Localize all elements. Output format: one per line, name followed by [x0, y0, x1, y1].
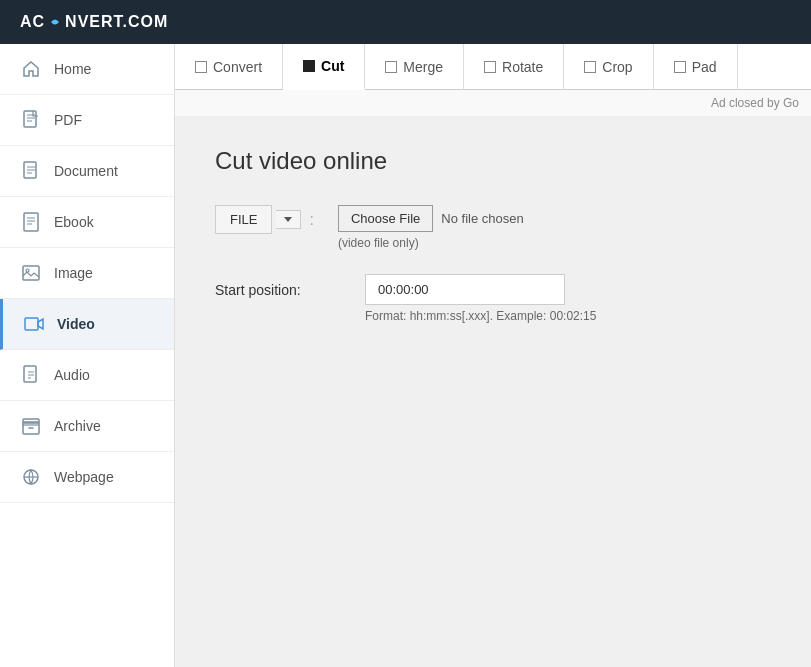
tab-merge-checkbox — [385, 61, 397, 73]
sidebar-item-pdf[interactable]: PDF — [0, 95, 174, 146]
file-dropdown[interactable] — [276, 210, 301, 229]
format-hint-text: Format: hh:mm:ss[.xxx]. Example: — [365, 309, 546, 323]
tab-bar: Convert Cut Merge Rotate Crop Pad — [175, 44, 811, 90]
archive-icon — [20, 415, 42, 437]
tab-cut-checkbox — [303, 60, 315, 72]
sidebar-item-document[interactable]: Document — [0, 146, 174, 197]
sidebar-label-webpage: Webpage — [54, 469, 114, 485]
svg-point-4 — [26, 269, 29, 272]
svg-rect-2 — [24, 213, 38, 231]
sidebar-item-video[interactable]: Video — [0, 299, 174, 350]
tab-convert[interactable]: Convert — [175, 44, 283, 89]
ad-text: Ad closed by Go — [711, 96, 799, 110]
sidebar-item-archive[interactable]: Archive — [0, 401, 174, 452]
sidebar: Home PDF Document Ebook Image — [0, 44, 175, 667]
site-logo: AC NVERT.COM — [20, 13, 168, 31]
tab-cut-label: Cut — [321, 58, 344, 74]
sidebar-label-image: Image — [54, 265, 93, 281]
choose-file-row: Choose File No file chosen — [338, 205, 524, 232]
video-icon — [23, 313, 45, 335]
webpage-icon — [20, 466, 42, 488]
sidebar-label-audio: Audio — [54, 367, 90, 383]
start-position-row: Start position: Format: hh:mm:ss[.xxx]. … — [215, 274, 771, 323]
tab-cut[interactable]: Cut — [283, 44, 365, 90]
tab-crop-label: Crop — [602, 59, 632, 75]
no-file-text: No file chosen — [441, 211, 523, 226]
file-input-group: FILE : — [215, 205, 318, 234]
choose-file-button[interactable]: Choose File — [338, 205, 433, 232]
start-position-label: Start position: — [215, 274, 345, 298]
svg-rect-5 — [25, 318, 38, 330]
tab-merge[interactable]: Merge — [365, 44, 464, 89]
audio-icon — [20, 364, 42, 386]
tab-pad[interactable]: Pad — [654, 44, 738, 89]
tab-convert-label: Convert — [213, 59, 262, 75]
main-content: Convert Cut Merge Rotate Crop Pad — [175, 44, 811, 667]
svg-rect-0 — [24, 111, 36, 127]
tab-crop-checkbox — [584, 61, 596, 73]
file-row: FILE : Choose File No file chosen (video… — [215, 205, 771, 250]
page-content: Cut video online FILE : Choose File No f… — [175, 117, 811, 667]
file-separator: : — [309, 211, 313, 229]
header: AC NVERT.COM — [0, 0, 811, 44]
sidebar-item-webpage[interactable]: Webpage — [0, 452, 174, 503]
tab-pad-checkbox — [674, 61, 686, 73]
dropdown-arrow-icon — [284, 217, 292, 222]
tab-crop[interactable]: Crop — [564, 44, 653, 89]
svg-rect-6 — [24, 366, 36, 382]
sidebar-label-ebook: Ebook — [54, 214, 94, 230]
document-icon — [20, 160, 42, 182]
sidebar-label-archive: Archive — [54, 418, 101, 434]
page-title: Cut video online — [215, 147, 771, 175]
ad-bar: Ad closed by Go — [175, 90, 811, 117]
tab-rotate-label: Rotate — [502, 59, 543, 75]
tab-pad-label: Pad — [692, 59, 717, 75]
start-position-input-col: Format: hh:mm:ss[.xxx]. Example: 00:02:1… — [365, 274, 596, 323]
logo-arrow-icon — [48, 15, 62, 29]
tab-convert-checkbox — [195, 61, 207, 73]
file-hint: (video file only) — [338, 236, 524, 250]
tab-rotate[interactable]: Rotate — [464, 44, 564, 89]
sidebar-item-image[interactable]: Image — [0, 248, 174, 299]
logo-text: AC — [20, 13, 45, 31]
home-icon — [20, 58, 42, 80]
sidebar-label-video: Video — [57, 316, 95, 332]
format-hint: Format: hh:mm:ss[.xxx]. Example: 00:02:1… — [365, 309, 596, 323]
logo-text-2: NVERT.COM — [65, 13, 168, 31]
tab-merge-label: Merge — [403, 59, 443, 75]
sidebar-item-home[interactable]: Home — [0, 44, 174, 95]
ebook-icon — [20, 211, 42, 233]
pdf-icon — [20, 109, 42, 131]
layout: Home PDF Document Ebook Image — [0, 44, 811, 667]
sidebar-item-ebook[interactable]: Ebook — [0, 197, 174, 248]
sidebar-label-pdf: PDF — [54, 112, 82, 128]
sidebar-item-audio[interactable]: Audio — [0, 350, 174, 401]
choose-file-container: Choose File No file chosen (video file o… — [338, 205, 524, 250]
format-example: 00:02:15 — [550, 309, 597, 323]
svg-rect-8 — [23, 419, 39, 423]
file-button[interactable]: FILE — [215, 205, 272, 234]
start-position-input[interactable] — [365, 274, 565, 305]
sidebar-label-document: Document — [54, 163, 118, 179]
sidebar-label-home: Home — [54, 61, 91, 77]
image-icon — [20, 262, 42, 284]
tab-rotate-checkbox — [484, 61, 496, 73]
